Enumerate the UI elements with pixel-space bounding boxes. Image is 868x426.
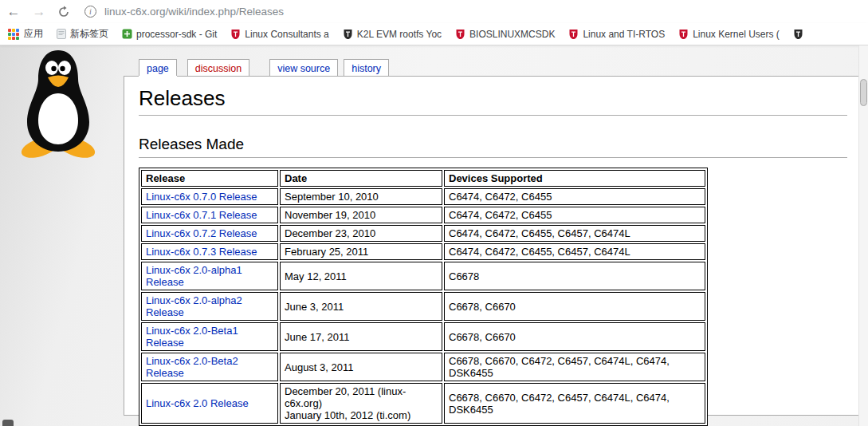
release-cell: Linux-c6x 2.0 Release <box>141 383 278 424</box>
release-link[interactable]: Linux-c6x 2.0-alpha1 Release <box>146 264 242 288</box>
release-cell: Linux-c6x 2.0-Beta2 Release <box>141 353 278 381</box>
ti-red-icon <box>568 29 579 40</box>
tab-view-source[interactable]: view source <box>269 59 338 76</box>
tab-discussion[interactable]: discussion <box>187 59 249 76</box>
column-header: Date <box>280 170 442 187</box>
section-heading: Releases Made <box>139 136 847 158</box>
table-row: Linux-c6x 2.0-alpha1 ReleaseMay 12, 2011… <box>141 262 705 290</box>
table-row: Linux-c6x 2.0 ReleaseDecember 20, 2011 (… <box>141 383 705 424</box>
bookmark-label: Linux and TI-RTOS <box>583 29 665 40</box>
bookmark-item[interactable]: processor-sdk - Git <box>122 29 217 40</box>
date-cell: June 3, 2011 <box>280 292 442 321</box>
bookmark-label: BIOSLINUXMCSDK <box>469 29 555 40</box>
bookmark-label: 新标签页 <box>70 27 108 41</box>
release-cell: Linux-c6x 0.7.2 Release <box>141 225 278 242</box>
devices-cell: C6678, C6670, C6472, C6457, C6474L, C647… <box>444 383 705 424</box>
apps-label[interactable]: 应用 <box>24 27 43 41</box>
page-info-icon[interactable]: i <box>84 6 96 18</box>
devices-cell: C6678 <box>444 262 705 290</box>
date-cell: June 17, 2011 <box>280 322 442 351</box>
tab-page[interactable]: page <box>139 59 177 76</box>
bookmarks-bar: 应用 新标签页processor-sdk - GitLinux Consulta… <box>0 23 868 45</box>
table-row: Linux-c6x 0.7.0 ReleaseSeptember 10, 201… <box>141 188 705 205</box>
partial-sidebar-logo <box>2 420 14 426</box>
release-cell: Linux-c6x 0.7.3 Release <box>141 243 278 260</box>
release-cell: Linux-c6x 2.0-alpha1 Release <box>141 262 278 290</box>
releases-table-header-row: ReleaseDateDevices Supported <box>141 170 705 187</box>
ti-dark-icon <box>343 29 353 40</box>
newtab-icon <box>57 29 66 39</box>
bookmark-item[interactable]: Linux and TI-RTOS <box>568 29 665 40</box>
date-cell: February 25, 2011 <box>280 243 442 260</box>
ti-red-icon <box>455 29 465 40</box>
devices-cell: C6678, C6670 <box>444 292 705 321</box>
wiki-content: Releases Releases Made ReleaseDateDevice… <box>124 76 868 416</box>
bookmark-label: K2L EVM rootfs Yoc <box>357 29 442 40</box>
tab-history[interactable]: history <box>344 59 389 76</box>
date-cell: November 19, 2010 <box>280 207 442 223</box>
table-row: Linux-c6x 2.0-Beta1 ReleaseJune 17, 2011… <box>141 322 705 351</box>
url-text[interactable]: linux-c6x.org/wiki/index.php/Releases <box>104 6 284 18</box>
devices-cell: C6474, C6472, C6455, C6457, C6474L <box>444 243 705 260</box>
release-link[interactable]: Linux-c6x 0.7.1 Release <box>146 209 257 221</box>
scrollbar-track[interactable] <box>858 45 868 426</box>
ti-dark-icon <box>793 29 803 40</box>
page-title: Releases <box>139 85 847 116</box>
release-link[interactable]: Linux-c6x 0.7.0 Release <box>146 191 257 203</box>
release-link[interactable]: Linux-c6x 2.0-Beta1 Release <box>146 325 238 349</box>
date-cell: May 12, 2011 <box>280 262 442 290</box>
release-link[interactable]: Linux-c6x 0.7.3 Release <box>146 246 257 258</box>
devices-cell: C6678, C6670 <box>444 322 705 351</box>
table-row: Linux-c6x 2.0-alpha2 ReleaseJune 3, 2011… <box>141 292 705 321</box>
ti-red-icon <box>230 29 241 40</box>
release-link[interactable]: Linux-c6x 2.0-alpha2 Release <box>146 294 242 318</box>
date-cell: December 20, 2011 (linux-c6x.org)January… <box>280 383 442 424</box>
devices-cell: C6474, C6472, C6455 <box>444 207 705 223</box>
bookmark-item[interactable]: BIOSLINUXMCSDK <box>455 29 555 40</box>
bookmark-item[interactable]: 新标签页 <box>57 27 108 41</box>
releases-table-body: Linux-c6x 0.7.0 ReleaseSeptember 10, 201… <box>141 188 705 424</box>
green-plus-icon <box>122 29 132 39</box>
release-link[interactable]: Linux-c6x 0.7.2 Release <box>146 227 257 239</box>
release-cell: Linux-c6x 0.7.0 Release <box>141 188 278 205</box>
release-cell: Linux-c6x 2.0-Beta1 Release <box>141 322 278 351</box>
address-bar[interactable]: i linux-c6x.org/wiki/index.php/Releases <box>84 6 862 18</box>
date-cell: September 10, 2010 <box>280 188 442 205</box>
ti-red-icon <box>678 29 689 40</box>
release-link[interactable]: Linux-c6x 2.0-Beta2 Release <box>146 355 238 379</box>
bookmark-item[interactable]: K2L EVM rootfs Yoc <box>343 29 442 40</box>
column-header: Release <box>141 170 278 187</box>
release-cell: Linux-c6x 2.0-alpha2 Release <box>141 292 278 321</box>
table-row: Linux-c6x 2.0-Beta2 ReleaseAugust 3, 201… <box>141 353 705 381</box>
page-viewport: pagediscussionview sourcehistory Release… <box>0 45 868 426</box>
bookmark-item[interactable]: Linux Consultants a <box>230 29 328 40</box>
forward-icon[interactable]: → <box>32 5 46 18</box>
bookmark-item[interactable] <box>793 29 807 40</box>
apps-grid-icon[interactable] <box>8 29 19 40</box>
release-cell: Linux-c6x 0.7.1 Release <box>141 207 278 223</box>
reload-icon[interactable] <box>57 6 70 18</box>
browser-toolbar: ← → i linux-c6x.org/wiki/index.php/Relea… <box>0 0 868 23</box>
tux-penguin-logo[interactable] <box>18 47 99 162</box>
wiki-tabs: pagediscussionview sourcehistory <box>139 59 389 76</box>
bookmark-label: Linux Consultants a <box>245 29 328 40</box>
bookmark-item[interactable]: Linux Kernel Users ( <box>678 29 780 40</box>
devices-cell: C6474, C6472, C6455, C6457, C6474L <box>444 225 705 242</box>
table-row: Linux-c6x 0.7.2 ReleaseDecember 23, 2010… <box>141 225 705 242</box>
bookmark-label: processor-sdk - Git <box>136 29 217 40</box>
date-cell: December 23, 2010 <box>280 225 442 242</box>
table-row: Linux-c6x 0.7.1 ReleaseNovember 19, 2010… <box>141 207 705 223</box>
releases-table: ReleaseDateDevices Supported Linux-c6x 0… <box>139 168 708 426</box>
table-row: Linux-c6x 0.7.3 ReleaseFebruary 25, 2011… <box>141 243 705 260</box>
bookmark-label: Linux Kernel Users ( <box>693 29 780 40</box>
date-cell: August 3, 2011 <box>280 353 442 381</box>
column-header: Devices Supported <box>444 170 705 187</box>
scrollbar-thumb[interactable] <box>860 79 867 106</box>
bookmarks-list: 新标签页processor-sdk - GitLinux Consultants… <box>43 27 807 41</box>
release-link[interactable]: Linux-c6x 2.0 Release <box>146 397 249 409</box>
devices-cell: C6474, C6472, C6455 <box>444 188 705 205</box>
back-icon[interactable]: ← <box>6 5 21 18</box>
devices-cell: C6678, C6670, C6472, C6457, C6474L, C647… <box>444 353 705 381</box>
